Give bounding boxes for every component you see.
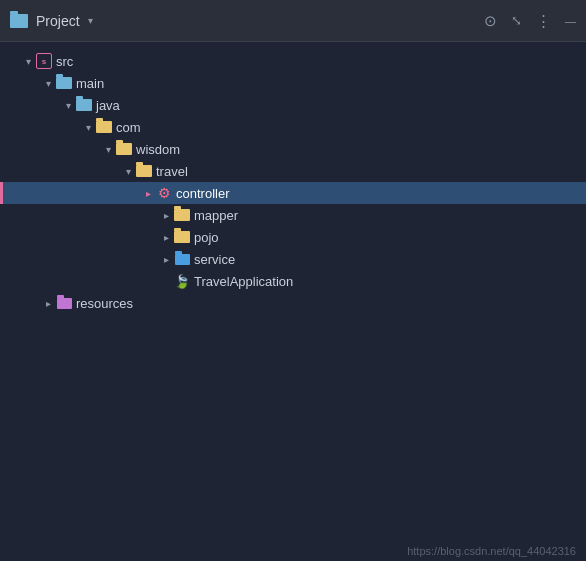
tree-item-service[interactable]: service (0, 248, 586, 270)
folder-wisdom-icon (116, 141, 132, 157)
tree-item-travelapp[interactable]: 🍃 TravelApplication (0, 270, 586, 292)
chevron-down-icon[interactable]: ▾ (88, 15, 93, 26)
label-travelapp: TravelApplication (194, 274, 293, 289)
label-main: main (76, 76, 104, 91)
project-tree: s src main java com wisdom (0, 42, 586, 561)
arrow-controller[interactable] (140, 188, 156, 199)
arrow-service[interactable] (158, 254, 174, 265)
more-options-icon[interactable]: ⋮ (536, 12, 551, 30)
collapse-icon[interactable]: ⤡ (511, 13, 522, 28)
folder-resources-icon (56, 295, 72, 311)
title-icons: ⊙ ⤡ ⋮ — (484, 12, 576, 30)
arrow-mapper[interactable] (158, 210, 174, 221)
arrow-java[interactable] (60, 100, 76, 111)
folder-mapper-icon (174, 207, 190, 223)
arrow-main[interactable] (40, 78, 56, 89)
tree-item-controller[interactable]: ⚙ controller (0, 182, 586, 204)
folder-service-icon (174, 251, 190, 267)
label-controller: controller (176, 186, 229, 201)
tree-item-src[interactable]: s src (0, 50, 586, 72)
tree-item-mapper[interactable]: mapper (0, 204, 586, 226)
project-folder-icon (10, 14, 28, 28)
label-wisdom: wisdom (136, 142, 180, 157)
target-icon[interactable]: ⊙ (484, 12, 497, 30)
folder-pojo-icon (174, 229, 190, 245)
selected-accent (0, 182, 3, 204)
tree-item-com[interactable]: com (0, 116, 586, 138)
label-service: service (194, 252, 235, 267)
label-mapper: mapper (194, 208, 238, 223)
tree-item-wisdom[interactable]: wisdom (0, 138, 586, 160)
label-java: java (96, 98, 120, 113)
spring-boot-icon: 🍃 (174, 273, 190, 289)
bottom-url: https://blog.csdn.net/qq_44042316 (407, 541, 576, 561)
tree-item-travel[interactable]: travel (0, 160, 586, 182)
tree-item-resources[interactable]: resources (0, 292, 586, 314)
folder-java-icon (76, 97, 92, 113)
arrow-travel[interactable] (120, 166, 136, 177)
arrow-src[interactable] (20, 56, 36, 67)
arrow-com[interactable] (80, 122, 96, 133)
label-src: src (56, 54, 73, 69)
src-icon: s (36, 53, 52, 69)
tree-item-pojo[interactable]: pojo (0, 226, 586, 248)
folder-com-icon (96, 119, 112, 135)
folder-travel-icon (136, 163, 152, 179)
folder-main-icon (56, 75, 72, 91)
label-travel: travel (156, 164, 188, 179)
arrow-resources[interactable] (40, 298, 56, 309)
gear-controller-icon: ⚙ (156, 185, 172, 201)
title-left: Project ▾ (10, 13, 93, 29)
label-com: com (116, 120, 141, 135)
label-pojo: pojo (194, 230, 219, 245)
label-resources: resources (76, 296, 133, 311)
title-bar: Project ▾ ⊙ ⤡ ⋮ — (0, 0, 586, 42)
minimize-icon[interactable]: — (565, 15, 576, 27)
tree-item-main[interactable]: main (0, 72, 586, 94)
arrow-wisdom[interactable] (100, 144, 116, 155)
tree-item-java[interactable]: java (0, 94, 586, 116)
project-title: Project (36, 13, 80, 29)
arrow-pojo[interactable] (158, 232, 174, 243)
